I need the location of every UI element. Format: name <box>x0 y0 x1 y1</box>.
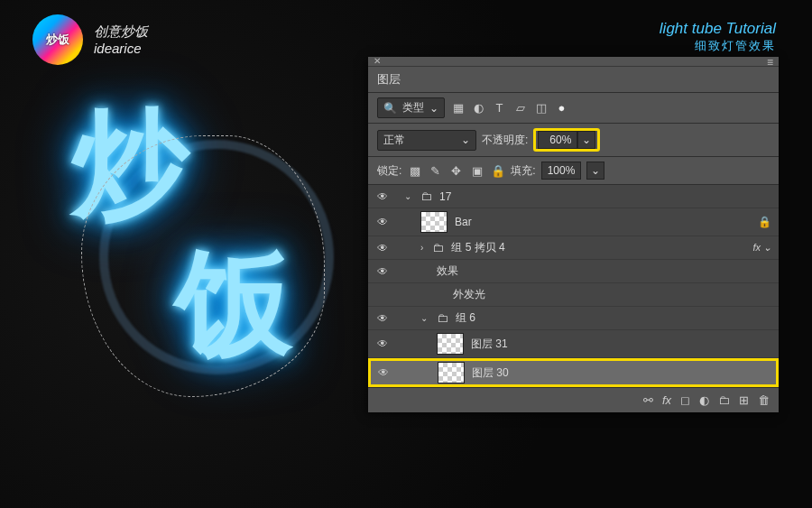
search-icon: 🔍 <box>383 102 397 115</box>
brand-text: 创意炒饭 idearice <box>94 23 148 58</box>
close-icon[interactable]: ✕ <box>374 56 381 66</box>
tutorial-en: light tube Tutorial <box>660 20 776 38</box>
blend-mode-select[interactable]: 正常 ⌄ <box>377 130 476 151</box>
tutorial-cn: 细致灯管效果 <box>660 38 776 54</box>
chevron-down-icon: ⌄ <box>429 102 438 115</box>
layer-row[interactable]: 👁图层 31 <box>368 330 779 358</box>
artwork-canvas: 炒 饭 <box>54 108 352 433</box>
lock-row: 锁定: ▩ ✎ ✥ ▣ 🔒 填充: ⌄ <box>368 157 779 185</box>
panel-menu-icon[interactable]: ≡ <box>767 56 773 69</box>
link-icon[interactable]: ⚯ <box>643 393 653 407</box>
layer-name[interactable]: 图层 30 <box>472 365 509 381</box>
layer-name[interactable]: 17 <box>439 190 451 203</box>
filter-type-select[interactable]: 🔍 类型 ⌄ <box>377 97 445 118</box>
brand-en: idearice <box>94 40 148 58</box>
layer-thumb <box>437 333 464 355</box>
brand-cn: 创意炒饭 <box>94 23 148 41</box>
filter-adjust-icon[interactable]: ◐ <box>471 100 486 115</box>
layer-row[interactable]: 👁⌄🗀17 <box>368 185 779 208</box>
chevron-down-icon: ⌄ <box>461 134 470 146</box>
visibility-icon[interactable]: 👁 <box>375 337 390 350</box>
layer-row[interactable]: 👁⌄🗀组 6 <box>368 307 779 330</box>
filter-artboard-icon[interactable]: ● <box>554 100 569 115</box>
lock-icon: 🔒 <box>758 216 771 228</box>
caret-icon[interactable]: ⌄ <box>420 313 428 323</box>
folder-icon: 🗀 <box>420 189 432 203</box>
lock-position-icon[interactable]: ✥ <box>448 163 464 179</box>
fill-label: 填充: <box>511 163 535 179</box>
layer-row[interactable]: 👁›🗀组 5 拷贝 4fx ⌄ <box>368 236 779 260</box>
blend-mode-value: 正常 <box>383 133 405 148</box>
visibility-icon[interactable]: 👁 <box>375 265 390 278</box>
layers-list: 👁⌄🗀17👁Bar🔒👁›🗀组 5 拷贝 4fx ⌄👁效果外发光👁⌄🗀组 6👁图层… <box>368 185 779 387</box>
layer-row[interactable]: 👁效果 <box>368 260 779 283</box>
visibility-icon[interactable]: 👁 <box>375 190 390 203</box>
folder-icon: 🗀 <box>432 241 444 254</box>
panel-tabbar: ✕ ≡ <box>368 57 779 67</box>
chevron-down-icon[interactable]: ⌄ <box>577 131 595 149</box>
lock-transparent-icon[interactable]: ▩ <box>407 163 422 179</box>
layer-row[interactable]: 👁Bar🔒 <box>368 208 779 236</box>
adjustment-icon[interactable]: ◐ <box>699 393 709 407</box>
filter-row: 🔍 类型 ⌄ ▦ ◐ T ▱ ◫ ● <box>368 93 779 124</box>
panel-footer: ⚯ fx ◻ ◐ 🗀 ⊞ 🗑 <box>368 387 779 412</box>
filter-pixel-icon[interactable]: ▦ <box>450 100 466 115</box>
mask-icon[interactable]: ◻ <box>680 393 690 407</box>
caret-icon[interactable]: › <box>420 243 423 253</box>
visibility-icon[interactable]: 👁 <box>376 366 391 379</box>
layer-name[interactable]: 外发光 <box>453 287 485 302</box>
lock-paint-icon[interactable]: ✎ <box>428 163 443 179</box>
fx-icon[interactable]: fx <box>662 393 671 407</box>
fx-indicator[interactable]: fx ⌄ <box>752 242 771 254</box>
lock-label: 锁定: <box>377 163 401 179</box>
folder-icon: 🗀 <box>437 311 448 325</box>
fill-input[interactable] <box>541 162 581 180</box>
layer-thumb <box>438 362 465 383</box>
new-layer-icon[interactable]: ⊞ <box>739 393 749 407</box>
brand-block: 炒饭 创意炒饭 idearice <box>32 14 148 65</box>
layers-panel: ✕ ≡ 图层 🔍 类型 ⌄ ▦ ◐ T ▱ ◫ ● 正常 ⌄ 不透明度: ⌄ 锁… <box>368 57 779 412</box>
filter-label: 类型 <box>402 100 424 115</box>
layer-thumb <box>420 211 448 233</box>
layer-row[interactable]: 外发光 <box>368 283 779 307</box>
layer-name[interactable]: 组 6 <box>456 310 475 326</box>
layer-name[interactable]: 组 5 拷贝 4 <box>451 240 504 255</box>
layer-row[interactable]: 👁图层 30 <box>368 358 779 387</box>
tutorial-title: light tube Tutorial 细致灯管效果 <box>660 20 776 54</box>
brand-logo: 炒饭 <box>32 14 83 65</box>
opacity-highlight: ⌄ <box>533 128 600 152</box>
layer-name[interactable]: 图层 31 <box>471 337 508 352</box>
marquee-selection <box>81 135 325 397</box>
visibility-icon[interactable]: 👁 <box>375 216 390 228</box>
opacity-input[interactable] <box>538 131 577 149</box>
filter-type-icon[interactable]: T <box>492 100 507 115</box>
panel-title: 图层 <box>368 67 779 93</box>
visibility-icon[interactable]: 👁 <box>375 312 390 325</box>
blend-row: 正常 ⌄ 不透明度: ⌄ <box>368 124 779 157</box>
opacity-label: 不透明度: <box>482 133 528 148</box>
caret-icon[interactable]: ⌄ <box>404 191 411 201</box>
group-icon[interactable]: 🗀 <box>718 393 730 407</box>
layer-name[interactable]: Bar <box>455 216 472 228</box>
filter-shape-icon[interactable]: ▱ <box>512 100 528 115</box>
chevron-down-icon[interactable]: ⌄ <box>586 162 604 180</box>
visibility-icon[interactable]: 👁 <box>375 242 390 254</box>
lock-all-icon[interactable]: 🔒 <box>490 163 505 179</box>
layer-name[interactable]: 效果 <box>437 263 458 279</box>
delete-icon[interactable]: 🗑 <box>758 393 770 407</box>
filter-smart-icon[interactable]: ◫ <box>533 100 549 115</box>
lock-artboard-icon[interactable]: ▣ <box>469 163 484 179</box>
